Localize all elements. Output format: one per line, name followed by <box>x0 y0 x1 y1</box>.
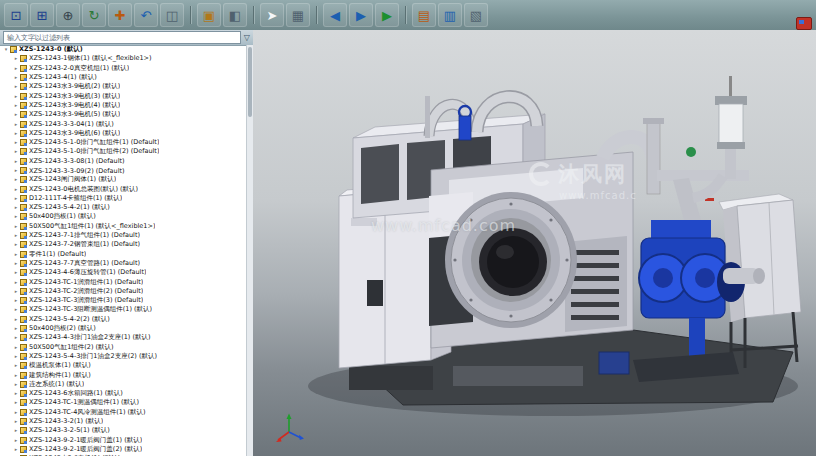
section-view-button[interactable]: ◫ <box>160 3 184 27</box>
tree-item[interactable]: ▸XZS-1243水3-9电机(3) (默认) <box>0 91 247 100</box>
expand-arrow-icon[interactable]: ▸ <box>12 382 20 387</box>
expand-arrow-icon[interactable]: ▸ <box>12 289 20 294</box>
tree-item[interactable]: ▸XZS-1243-TC-2润滑组件(2) (Default) <box>0 287 247 296</box>
tree-item[interactable]: ▸XZS-1243水3-9电机(4) (默认) <box>0 101 247 110</box>
expand-arrow-icon[interactable]: ▾ <box>2 47 10 52</box>
tree-item[interactable]: ▸XZS-1243-3-2-5(1) (默认) <box>0 426 247 435</box>
expand-arrow-icon[interactable]: ▸ <box>12 335 20 340</box>
tree-item[interactable]: ▸XZS-1243-TC-1润滑组件(1) (Default) <box>0 277 247 286</box>
tree-item[interactable]: ▸XZS-1243-TC-1测温偶组件(1) (默认) <box>0 398 247 407</box>
tree-item[interactable]: ▸XZS-1243-7-7真空管路(1) (Default) <box>0 259 247 268</box>
tree-item[interactable]: ▸XZS-1243-0电机总装图(默认) (默认) <box>0 184 247 193</box>
step-back-button[interactable]: ◀ <box>323 3 347 27</box>
expand-arrow-icon[interactable]: ▸ <box>12 400 20 405</box>
tree-item[interactable]: ▸XZS-1243-9-2-1暖后阀门盖(1) (默认) <box>0 435 247 444</box>
expand-arrow-icon[interactable]: ▸ <box>12 270 20 275</box>
play-button[interactable]: ▶ <box>375 3 399 27</box>
expand-arrow-icon[interactable]: ▸ <box>12 56 20 61</box>
expand-arrow-icon[interactable]: ▸ <box>12 103 20 108</box>
tree-item[interactable]: ▸XZS-1243-4-6薄压旋转管(1) (Default) <box>0 268 247 277</box>
tree-item[interactable]: ▸XZS-1243-9-2-1暖后阀门盖(2) (默认) <box>0 445 247 454</box>
tree-item[interactable]: ▸建筑结构件(1) (默认) <box>0 370 247 379</box>
tree-item[interactable]: ▸XZS-1243-TC-3润滑组件(3) (Default) <box>0 296 247 305</box>
tree-item[interactable]: ▸50X500气缸1组件(2) (默认) <box>0 343 247 352</box>
expand-arrow-icon[interactable]: ▸ <box>12 307 20 312</box>
select-button[interactable]: ➤ <box>260 3 284 27</box>
zoom-to-area-button[interactable]: ⊞ <box>30 3 54 27</box>
tree-item[interactable]: ▸XZS-1243水3-9电机(6) (默认) <box>0 129 247 138</box>
expand-arrow-icon[interactable]: ▸ <box>12 410 20 415</box>
expand-arrow-icon[interactable]: ▸ <box>12 252 20 257</box>
tree-item[interactable]: ▾XZS-1243-0 (默认) <box>0 45 247 54</box>
copy-document-button[interactable]: ▤ <box>412 3 436 27</box>
expand-arrow-icon[interactable]: ▸ <box>12 177 20 182</box>
rotate-view-button[interactable]: ↻ <box>82 3 106 27</box>
view-orientation-button[interactable]: ▣ <box>197 3 221 27</box>
expand-arrow-icon[interactable]: ▸ <box>12 205 20 210</box>
expand-arrow-icon[interactable]: ▸ <box>12 354 20 359</box>
tree-item[interactable]: ▸XZS-1243-7-2钢管束组(1) (Default) <box>0 240 247 249</box>
expand-arrow-icon[interactable]: ▸ <box>12 419 20 424</box>
tree-item[interactable]: ▸D12-111T-4卡箍组件(1) (默认) <box>0 194 247 203</box>
tree-item[interactable]: ▸XZS-1243-TC-4风冷测温组件(1) (默认) <box>0 408 247 417</box>
screenshot-button[interactable]: ▧ <box>464 3 488 27</box>
tree-item[interactable]: ▸XZS-1243-3-2(1) (默认) <box>0 417 247 426</box>
expand-arrow-icon[interactable]: ▸ <box>12 112 20 117</box>
tree-item[interactable]: ▸XZS-1243-2-0真空机组(1) (默认) <box>0 64 247 73</box>
zoom-to-fit-button[interactable]: ⊡ <box>4 3 28 27</box>
expand-arrow-icon[interactable]: ▸ <box>12 298 20 303</box>
tree-item[interactable]: ▸XZS-1243-4-3排门1油盒2支座(1) (默认) <box>0 333 247 342</box>
expand-arrow-icon[interactable]: ▸ <box>12 140 20 145</box>
tree-item[interactable]: ▸XZS-1243-3-3-04(1) (默认) <box>0 119 247 128</box>
expand-arrow-icon[interactable]: ▸ <box>12 75 20 80</box>
tree-item[interactable]: ▸XZS-1243-5-1-0排门气缸组件(2) (Default) <box>0 147 247 156</box>
tree-item[interactable]: ▸50X500气缸1组件(1) (默认<_flexible1>) <box>0 222 247 231</box>
expand-arrow-icon[interactable]: ▸ <box>12 261 20 266</box>
expand-arrow-icon[interactable]: ▸ <box>12 447 20 452</box>
expand-arrow-icon[interactable]: ▸ <box>12 94 20 99</box>
expand-arrow-icon[interactable]: ▸ <box>12 84 20 89</box>
expand-arrow-icon[interactable]: ▸ <box>12 66 20 71</box>
expand-arrow-icon[interactable]: ▸ <box>12 280 20 285</box>
expand-arrow-icon[interactable]: ▸ <box>12 159 20 164</box>
tree-item[interactable]: ▸XZS-1243水3-9电机(2) (默认) <box>0 82 247 91</box>
expand-arrow-icon[interactable]: ▸ <box>12 373 20 378</box>
expand-arrow-icon[interactable]: ▸ <box>12 233 20 238</box>
tree-item[interactable]: ▸XZS-1243-1钢体(1) (默认<_flexible1>) <box>0 54 247 63</box>
expand-arrow-icon[interactable]: ▸ <box>12 428 20 433</box>
tree-item[interactable]: ▸XZS-1243-5-1-0排门气缸组件(1) (Default) <box>0 138 247 147</box>
tree-item[interactable]: ▸XZS-1243-TC-3阻断测温偶组件(1) (默认) <box>0 305 247 314</box>
expand-arrow-icon[interactable]: ▸ <box>12 242 20 247</box>
expand-arrow-icon[interactable]: ▸ <box>12 326 20 331</box>
expand-arrow-icon[interactable]: ▸ <box>12 345 20 350</box>
expand-arrow-icon[interactable]: ▸ <box>12 131 20 136</box>
tree-item[interactable]: ▸连左系统(1) (默认) <box>0 380 247 389</box>
tree-item[interactable]: ▸模温机泵体(1) (默认) <box>0 361 247 370</box>
step-forward-button[interactable]: ▶ <box>349 3 373 27</box>
tree-scrollbar-thumb[interactable] <box>248 47 252 117</box>
expand-arrow-icon[interactable]: ▸ <box>12 187 20 192</box>
expand-arrow-icon[interactable]: ▸ <box>12 214 20 219</box>
tree-item[interactable]: ▸XZS-1243闸门阀体(1) (默认) <box>0 175 247 184</box>
expand-arrow-icon[interactable]: ▸ <box>12 196 20 201</box>
pan-button[interactable]: ✚ <box>108 3 132 27</box>
tree-item[interactable]: ▸XZS-1243水3-9电机(5) (默认) <box>0 110 247 119</box>
tree-item[interactable]: ▸XZS-1243-5-4-3排门1油盒2支座(2) (默认) <box>0 352 247 361</box>
expand-arrow-icon[interactable]: ▸ <box>12 317 20 322</box>
tree-item[interactable]: ▸XZS-1243-5-4-2(2) (默认) <box>0 315 247 324</box>
expand-arrow-icon[interactable]: ▸ <box>12 168 20 173</box>
previous-view-button[interactable]: ↶ <box>134 3 158 27</box>
expand-arrow-icon[interactable]: ▸ <box>12 391 20 396</box>
tree-item[interactable]: ▸50x400挡板(1) (默认) <box>0 212 247 221</box>
tree-item[interactable]: ▸XZS-1243-5-4-2(1) (默认) <box>0 203 247 212</box>
tree-item[interactable]: ▸XZS-1243-6水箱回路(1) (默认) <box>0 389 247 398</box>
tree-item[interactable]: ▸XZS-1243-7-1排气组件(1) (Default) <box>0 231 247 240</box>
graphics-viewport[interactable]: 沐风网 www.mfcad.c www.mfcad.com <box>253 30 816 456</box>
measure-button[interactable]: ▦ <box>286 3 310 27</box>
zoom-in-out-button[interactable]: ⊕ <box>56 3 80 27</box>
floating-tool-icon[interactable] <box>796 17 812 30</box>
expand-arrow-icon[interactable]: ▸ <box>12 363 20 368</box>
tree-scrollbar[interactable] <box>246 45 253 456</box>
tree-item[interactable]: ▸XZS-1243-3-3-09(2) (Default) <box>0 166 247 175</box>
new-window-button[interactable]: ▥ <box>438 3 462 27</box>
